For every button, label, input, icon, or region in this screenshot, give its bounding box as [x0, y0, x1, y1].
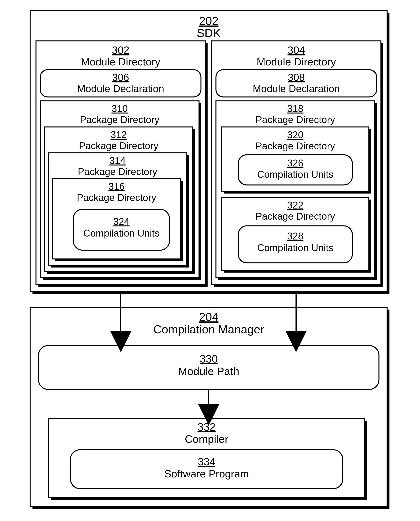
- cu324-num: 324: [113, 216, 129, 227]
- compilation-units-328: 328 Compilation Units: [238, 226, 352, 263]
- module-decl-left: 306 Module Declaration: [40, 70, 201, 97]
- compilation-units-326: 326 Compilation Units: [238, 155, 352, 185]
- pkg322-num: 322: [287, 200, 303, 211]
- cu326-num: 326: [287, 158, 303, 169]
- moddir-l-label: Module Directory: [81, 56, 160, 68]
- moddir-r-label: Module Directory: [257, 56, 336, 68]
- sdk-num: 202: [199, 15, 218, 27]
- moddecl-r-num: 308: [288, 72, 305, 83]
- swprog-num: 334: [198, 456, 215, 467]
- modpath-num: 330: [200, 352, 218, 365]
- modpath-label: Module Path: [178, 365, 239, 377]
- pkg320-label: Package Directory: [256, 141, 335, 152]
- pkg322-label: Package Directory: [256, 211, 335, 222]
- cu328-num: 328: [287, 231, 303, 242]
- software-program: 334 Software Program: [70, 450, 343, 489]
- pkg316-num: 316: [108, 181, 125, 192]
- compiler-num: 332: [197, 421, 216, 433]
- pkg310-label: Package Directory: [80, 114, 159, 125]
- pkg312-label: Package Directory: [79, 140, 158, 151]
- moddecl-l-label: Module Declaration: [77, 83, 164, 94]
- compiler-label: Compiler: [185, 433, 228, 445]
- moddecl-l-num: 306: [112, 72, 129, 83]
- module-decl-right: 308 Module Declaration: [216, 70, 377, 97]
- module-path: 330 Module Path: [38, 345, 379, 389]
- cu326-label: Compilation Units: [257, 169, 333, 180]
- pkg320-num: 320: [287, 130, 303, 140]
- pkg316-label: Package Directory: [77, 192, 156, 203]
- pkg314-num: 314: [109, 155, 126, 166]
- sdk-label: SDK: [197, 26, 221, 39]
- cu324-label: Compilation Units: [83, 228, 159, 239]
- pkg318-num: 318: [287, 103, 303, 114]
- swprog-label: Software Program: [164, 468, 249, 480]
- compmgr-num: 204: [199, 310, 218, 323]
- compilation-units-324: 324 Compilation Units: [73, 209, 169, 250]
- moddir-r-num: 304: [287, 44, 305, 56]
- moddecl-r-label: Module Declaration: [253, 83, 340, 94]
- cu328-label: Compilation Units: [257, 242, 333, 253]
- moddir-l-num: 302: [112, 44, 129, 56]
- pkg310-num: 310: [112, 103, 128, 114]
- pkg318-label: Package Directory: [256, 114, 335, 125]
- pkg314-label: Package Directory: [78, 166, 157, 177]
- diagram: 202 SDK 302 Module Directory 306 Module …: [0, 0, 420, 521]
- compmgr-label: Compilation Manager: [153, 323, 264, 336]
- pkg312-num: 312: [111, 129, 127, 140]
